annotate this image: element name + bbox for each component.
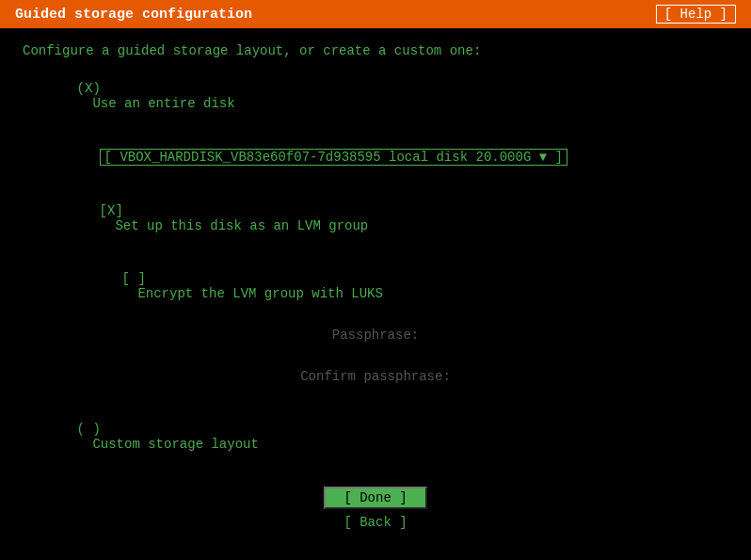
setup-lvm-label: Set up this disk as an LVM group: [100, 218, 369, 233]
title-bar: Guided storage configuration [ Help ]: [0, 0, 751, 28]
title-bar-title: Guided storage configuration: [15, 7, 252, 23]
use-entire-disk-radio: (X): [77, 81, 101, 96]
passphrase-line: Passphrase:: [23, 324, 728, 350]
custom-storage-radio: ( ): [77, 422, 101, 437]
description-text: Configure a guided storage layout, or cr…: [23, 43, 728, 58]
done-button[interactable]: [ Done ]: [324, 487, 427, 509]
encrypt-luks-label: Encrypt the LVM group with LUKS: [122, 286, 383, 301]
custom-storage-label: Custom storage layout: [77, 437, 259, 452]
custom-storage-option[interactable]: ( ) Custom storage layout: [23, 407, 728, 467]
disk-dropdown-line[interactable]: [ VBOX_HARDDISK_VB83e60f07-7d938595 loca…: [23, 134, 728, 181]
content-area: Configure a guided storage layout, or cr…: [0, 28, 751, 489]
use-entire-disk-label: Use an entire disk: [77, 96, 235, 111]
use-entire-disk-option[interactable]: (X) Use an entire disk: [23, 66, 728, 126]
confirm-passphrase-label: Confirm passphrase:: [23, 369, 728, 384]
encrypt-luks-option[interactable]: [ ] Encrypt the LVM group with LUKS: [23, 256, 728, 316]
confirm-passphrase-line: Confirm passphrase:: [23, 365, 728, 392]
buttons-area: [ Done ] [ Back ]: [0, 487, 751, 532]
passphrase-label: Passphrase:: [23, 328, 728, 343]
help-button[interactable]: [ Help ]: [656, 5, 736, 24]
disk-dropdown[interactable]: [ VBOX_HARDDISK_VB83e60f07-7d938595 loca…: [100, 149, 567, 166]
setup-lvm-checkbox: [X]: [100, 203, 123, 218]
setup-lvm-option[interactable]: [X] Set up this disk as an LVM group: [23, 188, 728, 248]
encrypt-luks-checkbox: [ ]: [122, 271, 146, 286]
back-button[interactable]: [ Back ]: [324, 513, 427, 532]
